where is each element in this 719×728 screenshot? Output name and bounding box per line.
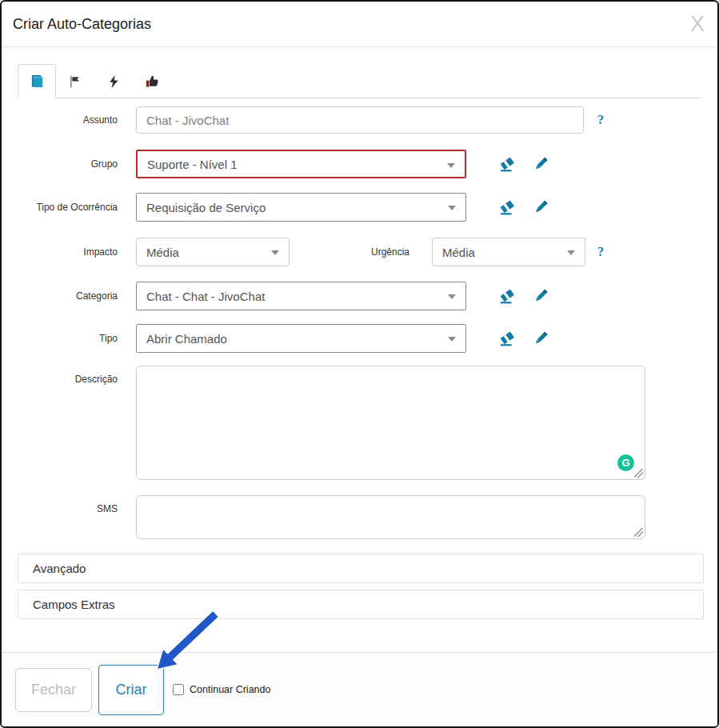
grupo-actions (498, 155, 549, 173)
row-tipo-de-ocorrencia: Tipo de Ocorrência Requisição de Serviço (18, 193, 701, 222)
thumbs-up-icon (145, 74, 160, 89)
eraser-icon[interactable] (498, 155, 516, 173)
continuar-criando-label: Continuar Criando (190, 684, 270, 695)
tipo-de-ocorrencia-label: Tipo de Ocorrência (18, 202, 118, 213)
chevron-down-icon (567, 250, 575, 255)
urgencia-help-icon[interactable]: ? (597, 245, 604, 259)
descricao-label: Descrição (18, 366, 118, 385)
modal-header: Criar Auto-Categorias X (2, 2, 717, 47)
form: Assunto ? Grupo Suporte - Nível 1 (2, 98, 717, 539)
book-icon (30, 74, 45, 89)
continuar-criando-checkbox[interactable] (173, 684, 184, 695)
tab-flag[interactable] (56, 64, 94, 98)
modal-footer: Fechar Criar Continuar Criando (2, 652, 717, 726)
sms-textarea-wrap (136, 495, 645, 539)
lightning-icon (107, 74, 120, 89)
tipo-actions (498, 330, 549, 347)
categoria-select[interactable]: Chat - Chat - JivoChat (136, 282, 466, 310)
eraser-icon[interactable] (498, 287, 516, 305)
tipo-select-value: Abrir Chamado (146, 332, 227, 346)
assunto-help-icon[interactable]: ? (597, 113, 604, 127)
grupo-select[interactable]: Suporte - Nível 1 (136, 150, 466, 178)
descricao-textarea[interactable] (136, 366, 645, 480)
eraser-icon[interactable] (498, 330, 516, 347)
sms-textarea[interactable] (136, 495, 645, 539)
impacto-label: Impacto (18, 246, 118, 258)
chevron-down-icon (448, 206, 456, 210)
pencil-icon[interactable] (532, 287, 549, 305)
create-auto-categories-modal: Criar Auto-Categorias X (0, 0, 719, 728)
urgencia-label: Urgência (290, 246, 409, 258)
impacto-select-value: Média (146, 246, 179, 259)
tipo-de-ocorrencia-select[interactable]: Requisição de Serviço (136, 193, 466, 222)
categoria-actions (498, 287, 549, 305)
fechar-button[interactable]: Fechar (15, 668, 92, 712)
section-avancado[interactable]: Avançado (18, 554, 704, 583)
chevron-down-icon (448, 337, 456, 342)
tipo-de-ocorrencia-actions (498, 198, 549, 216)
categoria-label: Categoria (18, 290, 118, 302)
grupo-select-value: Suporte - Nível 1 (147, 158, 238, 171)
row-impacto-urgencia: Impacto Média Urgência Média ? (18, 238, 701, 266)
chevron-down-icon (271, 250, 279, 255)
row-tipo: Tipo Abrir Chamado (18, 324, 701, 353)
eraser-icon[interactable] (498, 198, 516, 216)
tipo-select[interactable]: Abrir Chamado (136, 324, 466, 353)
criar-button[interactable]: Criar (98, 665, 164, 715)
tipo-label: Tipo (18, 333, 118, 344)
chevron-down-icon (447, 163, 455, 168)
urgencia-select-value: Média (442, 246, 475, 259)
row-grupo: Grupo Suporte - Nível 1 (18, 150, 701, 178)
pencil-icon[interactable] (532, 198, 549, 216)
chevron-down-icon (448, 294, 456, 299)
tab-basico[interactable] (18, 64, 56, 98)
section-campos-extras[interactable]: Campos Extras (18, 590, 704, 619)
impacto-select[interactable]: Média (136, 238, 290, 266)
descricao-textarea-wrap: G (136, 366, 645, 480)
tab-bar (18, 64, 701, 98)
section-bars: Avançado Campos Extras (2, 539, 717, 619)
assunto-input[interactable] (136, 106, 584, 134)
modal-title: Criar Auto-Categorias (13, 16, 151, 33)
assunto-label: Assunto (18, 114, 118, 126)
tab-thumbs[interactable] (133, 64, 171, 98)
urgencia-select[interactable]: Média (432, 238, 585, 266)
row-assunto: Assunto ? (18, 106, 701, 134)
row-categoria: Categoria Chat - Chat - JivoChat (18, 282, 701, 310)
categoria-select-value: Chat - Chat - JivoChat (146, 290, 265, 303)
flag-icon (68, 74, 82, 89)
row-sms: SMS (18, 495, 701, 539)
grammarly-icon[interactable]: G (617, 454, 634, 471)
pencil-icon[interactable] (532, 330, 549, 347)
tab-lightning[interactable] (94, 64, 133, 98)
section-avancado-label: Avançado (33, 562, 86, 575)
pencil-icon[interactable] (532, 155, 549, 173)
row-descricao: Descrição G (18, 366, 701, 480)
grupo-label: Grupo (18, 158, 118, 170)
close-icon[interactable]: X (690, 14, 705, 35)
sms-label: SMS (18, 495, 118, 514)
tipo-de-ocorrencia-select-value: Requisição de Serviço (146, 201, 266, 214)
section-campos-extras-label: Campos Extras (33, 598, 115, 611)
